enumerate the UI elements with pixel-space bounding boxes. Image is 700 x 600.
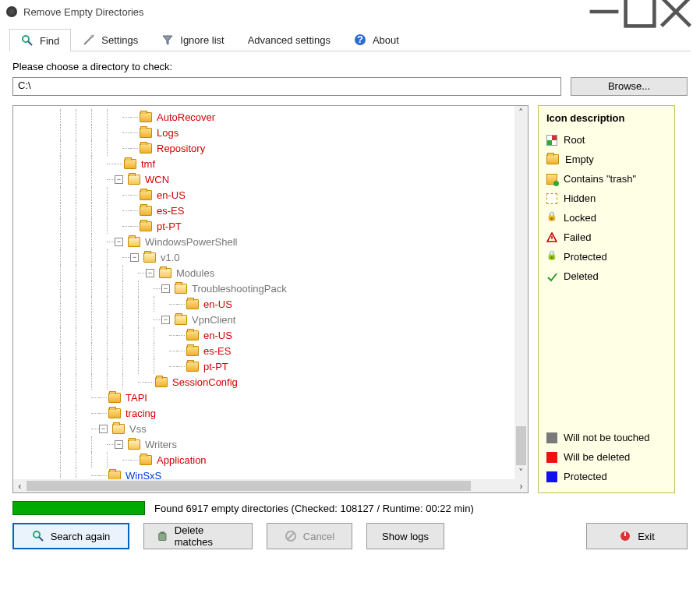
tab-ignore[interactable]: Ignore list [150,28,235,51]
delete-swatch [546,452,557,463]
tree-node[interactable]: −WCN [13,171,514,187]
close-button[interactable] [658,0,694,23]
legend-label: Root [564,134,585,146]
expand-toggle[interactable]: − [146,269,154,277]
svg-line-15 [288,533,294,539]
expand-toggle[interactable]: − [99,425,108,433]
scroll-right-icon[interactable]: › [514,480,528,492]
path-input[interactable]: C:\ [12,77,561,96]
browse-button[interactable]: Browse... [571,77,688,96]
svg-line-11 [39,537,43,541]
browse-label: Browse... [608,80,650,92]
tree-node[interactable]: TAPI [13,390,514,405]
tab-label: About [373,34,399,46]
tree-node-label: tracing [126,408,156,419]
scroll-thumb-h[interactable] [27,481,471,491]
tab-about[interactable]: ? About [342,28,411,51]
legend-label: Will not be touched [564,432,650,443]
folder-icon [546,154,559,164]
tree-node-label: pt-PT [203,361,228,372]
folder-icon [140,190,152,200]
folder-icon [175,315,187,325]
expand-toggle[interactable]: − [115,175,123,184]
exit-button[interactable]: Exit [586,523,688,549]
folder-icon [140,206,152,216]
tree-node[interactable]: −VpnClient [13,312,514,327]
tab-settings[interactable]: Settings [71,28,150,51]
tree-node[interactable]: tracing [13,405,514,421]
expand-toggle[interactable]: − [161,316,170,324]
scrollbar-horizontal[interactable]: ‹ › [13,479,528,492]
tree-node[interactable]: es-ES [13,203,514,218]
tree-node-label: v1.0 [161,252,180,263]
tree-node[interactable]: en-US [13,327,514,343]
tree-node[interactable]: AutoRecover [13,109,514,125]
tree-node-label: TroubleshootingPack [192,283,287,295]
tree-node-label: WinSxS [126,470,161,480]
failed-icon [546,232,557,243]
search-again-button[interactable]: Search again [12,523,129,549]
tree-node[interactable]: Repository [13,140,514,156]
scroll-up-icon[interactable]: ˄ [514,106,528,119]
tree-node[interactable]: SessionConfig [13,374,514,390]
show-logs-button[interactable]: Show logs [366,523,444,549]
legend-label: Contains "trash" [564,173,636,185]
tree-node-label: VpnClient [192,314,235,326]
tab-advanced[interactable]: Advanced settings [236,28,342,51]
directory-tree[interactable]: AutoRecoverLogsRepositorytmf−WCNen-USes-… [12,105,529,493]
legend-label: Empty [565,154,594,165]
tree-node[interactable]: pt-PT [13,218,514,234]
folder-icon [140,221,152,231]
folder-icon [159,268,171,278]
tree-node[interactable]: Application [13,452,514,468]
folder-icon [128,175,140,185]
svg-rect-13 [161,531,165,533]
progress-bar [12,501,145,515]
tree-node-label: Application [157,454,207,466]
scrollbar-vertical[interactable]: ˄ ˅ [514,106,528,479]
expand-toggle[interactable]: − [161,284,170,293]
maximize-button[interactable] [622,0,658,23]
scroll-left-icon[interactable]: ‹ [13,480,27,492]
tree-node[interactable]: −Vss [13,421,514,436]
protected-icon [546,252,557,263]
tree-node[interactable]: en-US [13,187,514,203]
tab-label: Advanced settings [248,34,331,46]
tree-node[interactable]: WinSxS [13,468,514,479]
protected-swatch [546,471,557,482]
svg-text:?: ? [357,34,363,45]
legend-label: Failed [564,231,591,243]
button-label: Delete matches [175,524,239,548]
folder-icon [140,128,152,138]
tree-node[interactable]: Logs [13,125,514,140]
scroll-thumb[interactable] [516,426,526,465]
expand-toggle[interactable]: − [115,238,123,246]
cancel-icon [285,530,297,542]
cancel-button[interactable]: Cancel [267,523,352,549]
delete-matches-button[interactable]: Delete matches [143,523,253,549]
tree-node[interactable]: −Writers [13,436,514,452]
tab-label: Find [40,35,59,47]
tools-icon [83,34,95,46]
tree-node[interactable]: tmf [13,156,514,171]
trash-icon [546,174,557,185]
tree-node[interactable]: −WindowsPowerShell [13,234,514,249]
expand-toggle[interactable]: − [115,440,123,449]
tree-node-label: en-US [157,189,186,201]
minimize-button[interactable] [586,0,622,23]
scroll-down-icon[interactable]: ˅ [514,466,528,479]
tree-node-label: SessionConfig [172,376,238,388]
legend-label: Will be deleted [564,451,630,463]
folder-icon [124,159,136,169]
expand-toggle[interactable]: − [130,253,139,262]
tree-node[interactable]: −v1.0 [13,249,514,265]
tree-node[interactable]: es-ES [13,343,514,358]
titlebar: Remove Empty Directories [0,0,700,23]
tree-node[interactable]: en-US [13,296,514,312]
locked-icon [546,213,557,224]
tree-node[interactable]: −Modules [13,265,514,281]
folder-icon [155,377,168,387]
tree-node[interactable]: −TroubleshootingPack [13,281,514,296]
tree-node[interactable]: pt-PT [13,358,514,374]
tab-find[interactable]: Find [9,29,71,51]
